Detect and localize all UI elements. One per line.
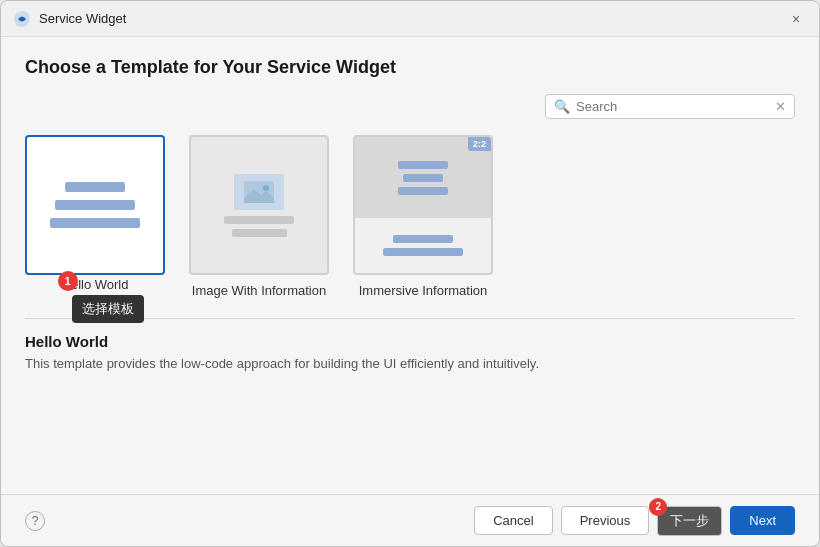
immersive-bottom-line-2 (383, 248, 463, 256)
footer-left: ? (25, 511, 45, 531)
help-button[interactable]: ? (25, 511, 45, 531)
previous-button[interactable]: Previous (561, 506, 650, 535)
img-lines (219, 216, 299, 237)
clear-icon[interactable]: ✕ (775, 99, 786, 114)
template-label-immersive-information: Immersive Information (359, 283, 488, 298)
hw-line-1 (65, 182, 125, 192)
next-cn-button[interactable]: 下一步 (657, 506, 722, 536)
template-preview-immersive-information[interactable]: 2:2 (353, 135, 493, 275)
immersive-icon-line-1 (398, 161, 448, 169)
hw-line-2 (55, 200, 135, 210)
immersive-icon-line-2 (403, 174, 443, 182)
immersive-badge: 2:2 (468, 137, 491, 151)
template-preview-image-with-information[interactable] (189, 135, 329, 275)
title-bar: Service Widget × (1, 1, 819, 37)
immersive-bottom (355, 218, 491, 273)
image-icon (234, 174, 284, 210)
next-wrapper: 2 下一步 (657, 506, 722, 536)
main-window: Service Widget × Choose a Template for Y… (0, 0, 820, 547)
search-input[interactable] (576, 99, 769, 114)
close-button[interactable]: × (785, 8, 807, 30)
hw-line-3 (50, 218, 140, 228)
templates-grid: Hello World 1 选择模板 (25, 135, 795, 298)
immersive-icon-line-3 (398, 187, 448, 195)
template-preview-hello-world[interactable] (25, 135, 165, 275)
template-card-immersive-information[interactable]: 2:2 Immer (353, 135, 493, 298)
footer: ? Cancel Previous 2 下一步 Next (1, 494, 819, 546)
title-bar-left: Service Widget (13, 10, 126, 28)
next-button[interactable]: Next (730, 506, 795, 535)
tooltip-wrapper: Hello World 1 选择模板 (62, 275, 129, 293)
description-text: This template provides the low-code appr… (25, 354, 795, 374)
hello-world-preview (45, 182, 145, 228)
template-card-image-with-information[interactable]: Image With Information (189, 135, 329, 298)
template-card-hello-world[interactable]: Hello World 1 选择模板 (25, 135, 165, 298)
template-label-image-with-information: Image With Information (192, 283, 326, 298)
immersive-preview: 2:2 (355, 137, 491, 273)
immersive-bottom-line-1 (393, 235, 453, 243)
footer-right: Cancel Previous 2 下一步 Next (474, 506, 795, 536)
page-title: Choose a Template for Your Service Widge… (25, 57, 795, 78)
image-with-info-preview (214, 174, 304, 237)
next-badge: 2 (649, 498, 667, 516)
cancel-button[interactable]: Cancel (474, 506, 552, 535)
toolbar: 🔍 ✕ (25, 94, 795, 119)
main-content: Choose a Template for Your Service Widge… (1, 37, 819, 494)
tooltip-box: 选择模板 (72, 295, 144, 323)
tooltip-badge: 1 (58, 271, 78, 291)
immersive-icon (398, 161, 448, 195)
description-title: Hello World (25, 333, 795, 350)
img-line-1 (224, 216, 294, 224)
svg-point-2 (263, 185, 269, 191)
description-section: Hello World This template provides the l… (25, 318, 795, 384)
search-box[interactable]: 🔍 ✕ (545, 94, 795, 119)
img-line-2 (232, 229, 287, 237)
app-icon (13, 10, 31, 28)
window-title: Service Widget (39, 11, 126, 26)
search-icon: 🔍 (554, 99, 570, 114)
